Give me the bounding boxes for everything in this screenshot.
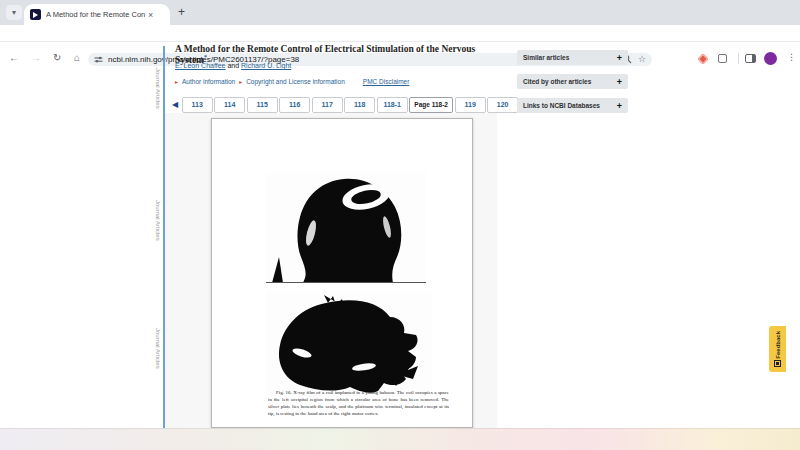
article-info-row: ▸ Author information ▸ Copyright and Lic…: [175, 78, 409, 85]
side-panel-icon[interactable]: [745, 54, 756, 63]
new-tab-button[interactable]: +: [178, 4, 185, 20]
browser-toolbar: ← → ↻ ⌂ ncbi.nlm.nih.gov/pmc/articles/PM…: [0, 25, 800, 42]
page-tab-118-1[interactable]: 118-1: [377, 97, 408, 113]
cited-by-panel[interactable]: Cited by other articles +: [517, 74, 628, 89]
pmc-disclaimer-link[interactable]: PMC Disclaimer: [363, 78, 410, 85]
bookmark-star-icon[interactable]: ☆: [638, 54, 646, 64]
journal-articles-label: Journal Articles: [151, 58, 161, 118]
copyright-license-link[interactable]: Copyright and License information: [246, 78, 345, 85]
forward-icon[interactable]: →: [31, 52, 41, 64]
author-link-2[interactable]: Richard U. Light: [241, 62, 291, 69]
browser-menu-icon[interactable]: ⋮: [787, 52, 796, 62]
feedback-label: Feedback: [775, 331, 781, 359]
pmc-favicon-icon: [30, 9, 41, 20]
page-tab-116[interactable]: 116: [279, 97, 310, 113]
expand-plus-icon[interactable]: +: [617, 77, 622, 87]
browser-tab[interactable]: A Method for the Remote Con ×: [24, 4, 170, 25]
tab-search-button[interactable]: ▾: [6, 5, 22, 20]
home-icon[interactable]: ⌂: [74, 52, 80, 64]
expand-triangle-icon[interactable]: ▸: [239, 78, 242, 85]
profile-avatar[interactable]: [764, 52, 777, 65]
reload-icon[interactable]: ↻: [53, 52, 61, 64]
similar-articles-panel[interactable]: Similar articles +: [517, 50, 628, 65]
author-information-link[interactable]: Author information: [182, 78, 235, 85]
author-line: E. Leon Chaffee and Richard U. Light: [175, 62, 291, 69]
journal-articles-label: Journal Articles: [151, 190, 161, 250]
page-tab-119[interactable]: 119: [455, 97, 486, 113]
page-navigation: ◀ 113 114 115 116 117 118 118-1 Page 118…: [170, 96, 530, 113]
page-viewer: Fig. 16. X-ray film of a coil implanted …: [165, 113, 497, 428]
panel-label: Links to NCBI Databases: [523, 102, 617, 109]
back-icon[interactable]: ←: [9, 52, 19, 64]
panel-label: Cited by other articles: [523, 78, 617, 85]
page-tab-current[interactable]: Page 118-2: [409, 97, 453, 113]
expand-plus-icon[interactable]: +: [617, 53, 622, 63]
prev-page-arrow[interactable]: ◀: [170, 100, 180, 109]
tab-close-icon[interactable]: ×: [148, 10, 153, 20]
site-settings-icon[interactable]: [94, 55, 103, 64]
feedback-button[interactable]: Feedback: [769, 326, 786, 372]
page-tab-117[interactable]: 117: [312, 97, 343, 113]
panel-label: Similar articles: [523, 54, 617, 61]
feedback-form-icon: [774, 360, 781, 367]
page-tab-115[interactable]: 115: [247, 97, 278, 113]
figure-caption: Fig. 16. X-ray film of a coil implanted …: [268, 389, 449, 417]
ncbi-links-panel[interactable]: Links to NCBI Databases +: [517, 98, 628, 113]
journal-articles-label: Journal Articles: [151, 318, 161, 378]
page-tab-113[interactable]: 113: [182, 97, 213, 113]
xray-side-view-image: [266, 291, 432, 397]
page-tab-120[interactable]: 120: [487, 97, 518, 113]
title-footnote[interactable]: *: [204, 54, 207, 60]
page-tab-118[interactable]: 118: [344, 97, 375, 113]
windows-taskbar: 4°C Lichte regen × 07:11 26-2-2024: [0, 428, 800, 450]
extension-box-icon[interactable]: [718, 54, 727, 63]
tab-title: A Method for the Remote Con: [46, 10, 146, 19]
browser-tab-strip: ▾ A Method for the Remote Con × +: [0, 0, 800, 25]
expand-plus-icon[interactable]: +: [617, 101, 622, 111]
xray-back-view-image: [266, 173, 426, 283]
page-tab-114[interactable]: 114: [214, 97, 245, 113]
expand-triangle-icon[interactable]: ▸: [175, 78, 178, 85]
author-link-1[interactable]: E. Leon Chaffee: [175, 62, 225, 69]
toolbar-separator: [738, 53, 739, 64]
and-text: and: [227, 62, 239, 69]
scanned-page[interactable]: Fig. 16. X-ray film of a coil implanted …: [211, 118, 473, 428]
extension-red-icon[interactable]: [697, 53, 708, 64]
